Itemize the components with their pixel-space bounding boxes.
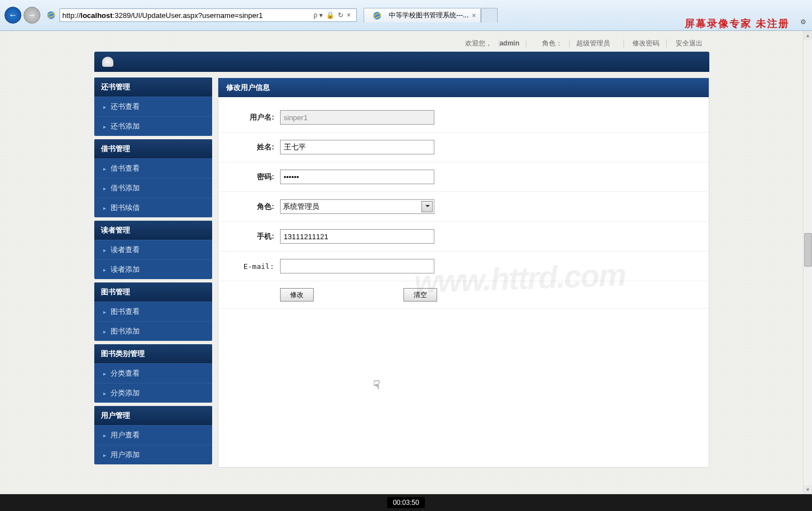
url-prefix: http:// [62,11,81,20]
refresh-icon[interactable]: ↻ [338,11,343,19]
tab-close-icon[interactable]: × [472,12,476,20]
search-dropdown-icon[interactable]: ρ ▾ [314,11,323,19]
nav-back-button[interactable]: ← [4,7,21,24]
tab-strip: 中等学校图书管理系统---... × [364,8,498,22]
recorder-watermark: 屏幕录像专家 未注册 [685,17,790,30]
browser-settings-icon[interactable]: ⚙ [800,18,806,26]
browser-tab[interactable]: 中等学校图书管理系统---... × [364,8,481,22]
browser-toolbar: ← → http://localhost:3289/UI/UpdateUser.… [0,0,812,31]
nav-forward-button[interactable]: → [24,7,40,24]
tab-favicon-icon [372,11,382,21]
new-tab-button[interactable] [481,8,498,22]
url-host: localhost [81,11,113,20]
address-bar[interactable]: http://localhost:3289/UI/UpdateUser.aspx… [59,8,357,22]
tab-title: 中等学校图书管理系统---... [389,11,469,20]
lock-icon[interactable]: 🔒 [326,11,334,19]
ie-icon [46,10,56,20]
url-path: :3289/UI/UpdateUser.aspx?username=sinper… [113,11,263,20]
stop-icon[interactable]: × [347,11,351,19]
url-tools: ρ ▾ 🔒 ↻ × [314,11,354,19]
